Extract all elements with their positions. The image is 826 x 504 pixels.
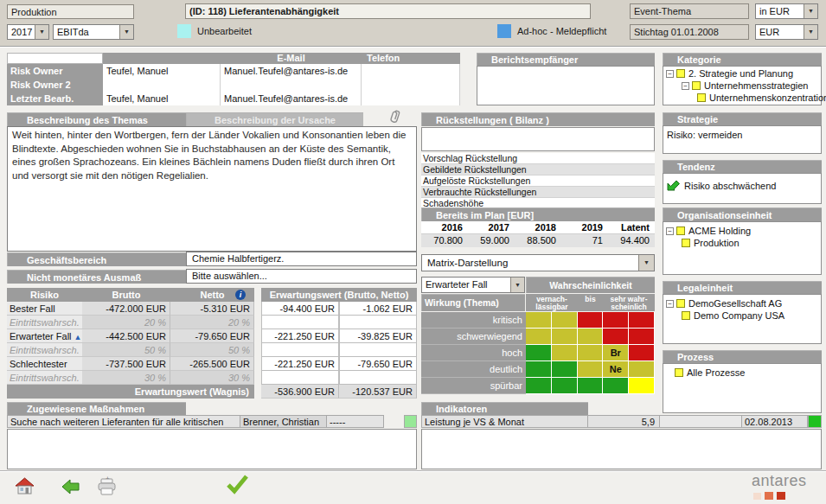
matrix-cell-r4c4[interactable] bbox=[629, 378, 655, 394]
contact-email[interactable]: Manuel.Teufel@antares-is.de bbox=[221, 92, 362, 105]
matrix-cell-r2c0[interactable] bbox=[526, 345, 552, 361]
provision-item[interactable]: Gebildete Rückstellungen bbox=[421, 164, 655, 175]
year-select[interactable]: 2017▼ bbox=[7, 24, 49, 40]
chevron-down-icon[interactable]: ▼ bbox=[804, 4, 817, 18]
matrix-cell-r3c1[interactable] bbox=[552, 361, 578, 378]
net-value[interactable]: -79.650 EUR bbox=[170, 329, 254, 343]
matrix-cell-r0c1[interactable] bbox=[552, 312, 578, 329]
probability-net[interactable]: 30 % bbox=[170, 371, 254, 385]
gross-value[interactable]: -442.500 EUR bbox=[82, 329, 170, 343]
matrix-cell-r4c1[interactable] bbox=[552, 378, 578, 394]
gross-value[interactable]: -737.500 EUR bbox=[82, 357, 170, 371]
recipients-box[interactable] bbox=[477, 66, 655, 105]
probability-gross[interactable]: 20 % bbox=[82, 316, 170, 329]
matrix-cell-r2c4[interactable] bbox=[629, 345, 655, 361]
trend-value[interactable]: Risiko abschwächend bbox=[684, 181, 776, 191]
collapse-icon[interactable]: − bbox=[666, 227, 674, 235]
tab-theme-description[interactable]: Beschreibung des Themas bbox=[7, 112, 186, 126]
chevron-down-icon[interactable]: ▼ bbox=[804, 25, 817, 39]
plan-value[interactable]: 94.400 bbox=[608, 234, 655, 247]
provision-item[interactable]: Aufgelöste Rückstellungen bbox=[421, 175, 655, 187]
plan-value[interactable]: 88.500 bbox=[515, 234, 561, 247]
contact-email[interactable]: Manuel.Teufel@antares-is.de bbox=[221, 64, 362, 78]
provisions-input-box[interactable] bbox=[421, 127, 655, 151]
matrix-cell-r4c0[interactable] bbox=[526, 378, 552, 394]
matrix-cell-r0c0[interactable] bbox=[526, 312, 552, 329]
contact-phone[interactable] bbox=[362, 64, 460, 78]
matrix-cell-r0c2[interactable] bbox=[578, 312, 604, 329]
matrix-cell-r0c3[interactable] bbox=[603, 312, 629, 329]
measure-status-text[interactable]: ----- bbox=[327, 415, 384, 428]
matrix-cell-r1c3[interactable] bbox=[603, 329, 629, 345]
indicator-value[interactable]: 5,9 bbox=[588, 415, 660, 428]
risk-title-field[interactable] bbox=[185, 3, 591, 19]
matrix-cell-r0c4[interactable] bbox=[629, 312, 655, 329]
tab-cause-description[interactable]: Beschreibung der Ursache bbox=[186, 112, 363, 126]
chevron-down-icon[interactable]: ▼ bbox=[510, 278, 524, 292]
plan-value[interactable]: 71 bbox=[561, 234, 608, 247]
measure-owner[interactable]: Brenner, Christian bbox=[240, 415, 327, 428]
net-value[interactable]: -5.310 EUR bbox=[170, 302, 254, 316]
contact-name[interactable]: Teufel, Manuel bbox=[103, 64, 221, 78]
collapse-icon[interactable]: − bbox=[666, 70, 674, 78]
category-tree-item[interactable]: Unternehmenskonzentration bbox=[663, 92, 821, 104]
matrix-cell-r4c2[interactable] bbox=[578, 378, 604, 394]
non-monetary-select[interactable]: Bitte auswählen... bbox=[186, 269, 417, 284]
matrix-cell-r2c3[interactable]: Br bbox=[603, 345, 629, 361]
chevron-down-icon[interactable]: ▼ bbox=[35, 25, 48, 39]
matrix-case-select[interactable]: Erwarteter Fall▼ bbox=[421, 277, 525, 293]
info-icon[interactable]: i bbox=[235, 290, 246, 300]
matrix-cell-r3c3[interactable]: Ne bbox=[603, 361, 629, 378]
legal-tree-item[interactable]: −DemoGesellschaft AG bbox=[663, 297, 821, 309]
net-value[interactable]: -265.500 EUR bbox=[170, 357, 254, 371]
matrix-cell-r3c4[interactable] bbox=[629, 361, 655, 378]
indicator-date[interactable]: 02.08.2013 bbox=[742, 415, 808, 428]
chevron-down-icon[interactable]: ▼ bbox=[638, 255, 654, 271]
product-field[interactable] bbox=[7, 4, 134, 19]
description-textarea[interactable]: Weit hinten, hinter den Wortbergen, fern… bbox=[7, 126, 417, 252]
matrix-cell-r1c4[interactable] bbox=[629, 329, 655, 345]
matrix-cell-r1c0[interactable] bbox=[526, 329, 552, 345]
process-tree-item[interactable]: Alle Prozesse bbox=[663, 367, 821, 379]
event-thema-box[interactable]: Event-Thema bbox=[630, 3, 749, 19]
matrix-cell-r1c1[interactable] bbox=[552, 329, 578, 345]
probability-gross[interactable]: 30 % bbox=[82, 371, 170, 385]
contact-name[interactable]: Teufel, Manuel bbox=[103, 92, 221, 105]
probability-gross[interactable]: 50 % bbox=[82, 343, 170, 357]
contact-email[interactable] bbox=[221, 78, 362, 92]
category-tree-item[interactable]: −Unternehmensstrategien bbox=[663, 80, 821, 92]
save-confirm-button[interactable] bbox=[225, 474, 249, 498]
measure-text[interactable]: Suche nach weiteren Lieferanten für alle… bbox=[7, 415, 240, 428]
probability-net[interactable]: 50 % bbox=[170, 343, 254, 357]
provision-item[interactable]: Vorschlag Rückstellung bbox=[421, 153, 655, 164]
indicator-name[interactable]: Leistung je VS & Monat bbox=[421, 415, 588, 428]
business-area-value[interactable]: Chemie Halbfertigerz. bbox=[186, 252, 417, 266]
org-tree-item[interactable]: Produktion bbox=[663, 237, 821, 249]
currency-select[interactable]: EUR▼ bbox=[755, 24, 818, 40]
org-tree-item[interactable]: −ACME Holding bbox=[663, 225, 821, 237]
contact-phone[interactable] bbox=[362, 92, 460, 105]
strategy-value[interactable]: Risiko: vermeiden bbox=[663, 125, 822, 154]
unit-select[interactable]: in EUR▼ bbox=[755, 3, 818, 19]
matrix-cell-r1c2[interactable] bbox=[578, 329, 604, 345]
matrix-cell-r3c2[interactable] bbox=[578, 361, 604, 378]
home-button[interactable] bbox=[15, 477, 35, 499]
kpi-select[interactable]: EBITda▼ bbox=[53, 24, 134, 40]
matrix-cell-r4c3[interactable] bbox=[603, 378, 629, 394]
matrix-view-select[interactable]: Matrix-Darstellung▼ bbox=[421, 254, 655, 271]
gross-value[interactable]: -472.000 EUR bbox=[82, 302, 170, 316]
contact-name[interactable] bbox=[103, 78, 221, 92]
category-tree-item[interactable]: −2. Strategie und Planung bbox=[663, 67, 821, 80]
collapse-icon[interactable]: − bbox=[666, 300, 674, 308]
chevron-down-icon[interactable]: ▼ bbox=[119, 25, 133, 39]
print-button[interactable]: + bbox=[96, 475, 118, 500]
matrix-cell-r3c0[interactable] bbox=[526, 361, 552, 378]
stichtag-box[interactable]: Stichtag 01.01.2008 bbox=[630, 24, 749, 40]
matrix-cell-r2c2[interactable] bbox=[578, 345, 604, 361]
contact-phone[interactable] bbox=[362, 78, 460, 92]
plan-value[interactable]: 59.000 bbox=[468, 234, 515, 247]
collapse-icon[interactable]: − bbox=[682, 82, 689, 90]
plan-value[interactable]: 70.800 bbox=[421, 234, 468, 247]
provision-item[interactable]: Verbrauchte Rückstellungen bbox=[421, 187, 655, 198]
matrix-cell-r2c1[interactable] bbox=[552, 345, 578, 361]
